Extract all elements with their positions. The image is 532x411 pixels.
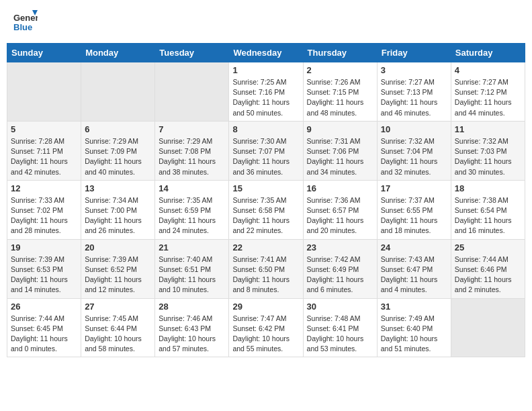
day-detail: Sunrise: 7:36 AMSunset: 6:57 PMDaylight:…: [307, 195, 373, 236]
day-number: 12: [11, 183, 77, 193]
calendar-cell: 27Sunrise: 7:45 AMSunset: 6:44 PMDayligh…: [81, 298, 155, 357]
day-detail: Sunrise: 7:45 AMSunset: 6:44 PMDaylight:…: [85, 314, 151, 355]
calendar-cell: 14Sunrise: 7:35 AMSunset: 6:59 PMDayligh…: [155, 180, 229, 239]
day-detail: Sunrise: 7:39 AMSunset: 6:53 PMDaylight:…: [11, 255, 77, 295]
calendar-cell: 7Sunrise: 7:29 AMSunset: 7:08 PMDaylight…: [155, 121, 229, 180]
calendar-cell: 2Sunrise: 7:26 AMSunset: 7:15 PMDaylight…: [303, 62, 377, 122]
calendar-week-4: 19Sunrise: 7:39 AMSunset: 6:53 PMDayligh…: [7, 239, 525, 298]
day-detail: Sunrise: 7:28 AMSunset: 7:11 PMDaylight:…: [11, 136, 77, 177]
day-number: 22: [232, 242, 299, 253]
day-detail: Sunrise: 7:30 AMSunset: 7:07 PMDaylight:…: [232, 136, 299, 177]
day-detail: Sunrise: 7:49 AMSunset: 6:40 PMDaylight:…: [381, 314, 447, 355]
day-number: 29: [232, 302, 299, 312]
calendar-cell: 25Sunrise: 7:44 AMSunset: 6:46 PMDayligh…: [451, 239, 525, 298]
calendar-cell: 21Sunrise: 7:40 AMSunset: 6:51 PMDayligh…: [155, 239, 229, 298]
weekday-header-monday: Monday: [81, 44, 155, 62]
day-number: 31: [381, 302, 447, 312]
calendar-cell: [451, 298, 525, 357]
calendar-cell: 31Sunrise: 7:49 AMSunset: 6:40 PMDayligh…: [377, 298, 451, 357]
day-detail: Sunrise: 7:33 AMSunset: 7:02 PMDaylight:…: [11, 195, 77, 236]
day-number: 2: [307, 65, 373, 75]
day-detail: Sunrise: 7:25 AMSunset: 7:16 PMDaylight:…: [232, 77, 299, 118]
weekday-header-thursday: Thursday: [303, 44, 377, 62]
day-number: 21: [159, 242, 225, 253]
day-detail: Sunrise: 7:29 AMSunset: 7:08 PMDaylight:…: [159, 136, 225, 177]
day-detail: Sunrise: 7:46 AMSunset: 6:43 PMDaylight:…: [159, 314, 225, 355]
calendar-cell: 23Sunrise: 7:42 AMSunset: 6:49 PMDayligh…: [303, 239, 377, 298]
day-number: 13: [85, 183, 151, 193]
day-number: 1: [232, 65, 299, 75]
calendar-cell: 22Sunrise: 7:41 AMSunset: 6:50 PMDayligh…: [229, 239, 303, 298]
calendar-cell: 28Sunrise: 7:46 AMSunset: 6:43 PMDayligh…: [155, 298, 229, 357]
calendar-cell: 16Sunrise: 7:36 AMSunset: 6:57 PMDayligh…: [303, 180, 377, 239]
day-number: 30: [307, 302, 373, 312]
calendar-cell: 4Sunrise: 7:27 AMSunset: 7:12 PMDaylight…: [451, 62, 525, 122]
calendar-cell: 1Sunrise: 7:25 AMSunset: 7:16 PMDaylight…: [229, 62, 303, 122]
page-header: General Blue: [7, 7, 525, 38]
day-number: 26: [11, 302, 77, 312]
day-number: 23: [307, 242, 373, 253]
svg-text:General: General: [13, 13, 38, 23]
calendar-cell: 29Sunrise: 7:47 AMSunset: 6:42 PMDayligh…: [229, 298, 303, 357]
weekday-header-row: SundayMondayTuesdayWednesdayThursdayFrid…: [7, 44, 525, 62]
calendar-cell: 15Sunrise: 7:35 AMSunset: 6:58 PMDayligh…: [229, 180, 303, 239]
calendar-cell: 17Sunrise: 7:37 AMSunset: 6:55 PMDayligh…: [377, 180, 451, 239]
day-number: 16: [307, 183, 373, 193]
calendar-cell: 6Sunrise: 7:29 AMSunset: 7:09 PMDaylight…: [81, 121, 155, 180]
day-detail: Sunrise: 7:41 AMSunset: 6:50 PMDaylight:…: [232, 255, 299, 295]
day-number: 20: [85, 242, 151, 253]
calendar-cell: 18Sunrise: 7:38 AMSunset: 6:54 PMDayligh…: [451, 180, 525, 239]
weekday-header-saturday: Saturday: [451, 44, 525, 62]
logo: General Blue: [13, 10, 38, 34]
day-detail: Sunrise: 7:37 AMSunset: 6:55 PMDaylight:…: [381, 195, 447, 236]
day-number: 10: [381, 124, 447, 134]
day-detail: Sunrise: 7:48 AMSunset: 6:41 PMDaylight:…: [307, 314, 373, 355]
calendar-cell: [155, 62, 229, 122]
day-number: 3: [381, 65, 447, 75]
day-detail: Sunrise: 7:44 AMSunset: 6:46 PMDaylight:…: [455, 255, 521, 295]
calendar-table: SundayMondayTuesdayWednesdayThursdayFrid…: [7, 43, 525, 357]
day-number: 5: [11, 124, 77, 134]
day-number: 15: [232, 183, 299, 193]
day-detail: Sunrise: 7:26 AMSunset: 7:15 PMDaylight:…: [307, 77, 373, 118]
day-detail: Sunrise: 7:35 AMSunset: 6:59 PMDaylight:…: [159, 195, 225, 236]
day-detail: Sunrise: 7:27 AMSunset: 7:12 PMDaylight:…: [455, 77, 521, 118]
calendar-cell: 5Sunrise: 7:28 AMSunset: 7:11 PMDaylight…: [7, 121, 81, 180]
day-detail: Sunrise: 7:38 AMSunset: 6:54 PMDaylight:…: [455, 195, 521, 236]
calendar-week-3: 12Sunrise: 7:33 AMSunset: 7:02 PMDayligh…: [7, 180, 525, 239]
calendar-cell: 8Sunrise: 7:30 AMSunset: 7:07 PMDaylight…: [229, 121, 303, 180]
calendar-cell: 12Sunrise: 7:33 AMSunset: 7:02 PMDayligh…: [7, 180, 81, 239]
day-detail: Sunrise: 7:29 AMSunset: 7:09 PMDaylight:…: [85, 136, 151, 177]
calendar-cell: 9Sunrise: 7:31 AMSunset: 7:06 PMDaylight…: [303, 121, 377, 180]
logo-svg: General Blue: [13, 10, 38, 34]
day-number: 4: [455, 65, 521, 75]
day-number: 7: [159, 124, 225, 134]
calendar-cell: 10Sunrise: 7:32 AMSunset: 7:04 PMDayligh…: [377, 121, 451, 180]
weekday-header-sunday: Sunday: [7, 44, 81, 62]
day-number: 11: [455, 124, 521, 134]
calendar-cell: 3Sunrise: 7:27 AMSunset: 7:13 PMDaylight…: [377, 62, 451, 122]
weekday-header-tuesday: Tuesday: [155, 44, 229, 62]
calendar-cell: 24Sunrise: 7:43 AMSunset: 6:47 PMDayligh…: [377, 239, 451, 298]
calendar-cell: 20Sunrise: 7:39 AMSunset: 6:52 PMDayligh…: [81, 239, 155, 298]
day-detail: Sunrise: 7:43 AMSunset: 6:47 PMDaylight:…: [381, 255, 447, 295]
calendar-week-1: 1Sunrise: 7:25 AMSunset: 7:16 PMDaylight…: [7, 62, 525, 122]
calendar-week-5: 26Sunrise: 7:44 AMSunset: 6:45 PMDayligh…: [7, 298, 525, 357]
day-detail: Sunrise: 7:32 AMSunset: 7:03 PMDaylight:…: [455, 136, 521, 177]
day-detail: Sunrise: 7:40 AMSunset: 6:51 PMDaylight:…: [159, 255, 225, 295]
calendar-cell: 11Sunrise: 7:32 AMSunset: 7:03 PMDayligh…: [451, 121, 525, 180]
day-number: 9: [307, 124, 373, 134]
day-detail: Sunrise: 7:39 AMSunset: 6:52 PMDaylight:…: [85, 255, 151, 295]
day-detail: Sunrise: 7:42 AMSunset: 6:49 PMDaylight:…: [307, 255, 373, 295]
day-detail: Sunrise: 7:31 AMSunset: 7:06 PMDaylight:…: [307, 136, 373, 177]
day-number: 8: [232, 124, 299, 134]
day-number: 27: [85, 302, 151, 312]
calendar-cell: [81, 62, 155, 122]
day-detail: Sunrise: 7:44 AMSunset: 6:45 PMDaylight:…: [11, 314, 77, 355]
weekday-header-wednesday: Wednesday: [229, 44, 303, 62]
calendar-cell: 13Sunrise: 7:34 AMSunset: 7:00 PMDayligh…: [81, 180, 155, 239]
day-number: 28: [159, 302, 225, 312]
day-detail: Sunrise: 7:47 AMSunset: 6:42 PMDaylight:…: [232, 314, 299, 355]
day-detail: Sunrise: 7:34 AMSunset: 7:00 PMDaylight:…: [85, 195, 151, 236]
day-detail: Sunrise: 7:27 AMSunset: 7:13 PMDaylight:…: [381, 77, 447, 118]
